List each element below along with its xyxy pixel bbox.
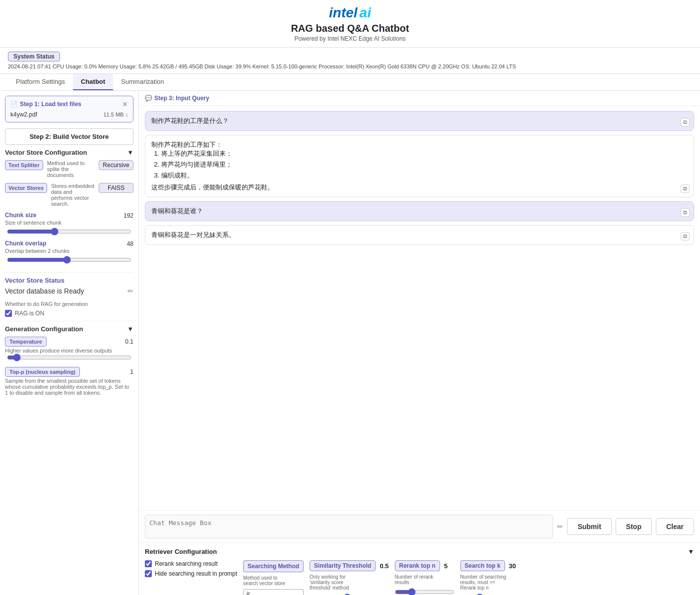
- top-p-section: Top-p (nucleus sampling) 1 Sample from t…: [5, 367, 133, 396]
- file-size: 11.5 MB ↓: [103, 112, 128, 118]
- hide-check-row: Hide searching result in prompt: [145, 570, 237, 577]
- similarity-col: Similarity Threshold 0.5 Only working fo…: [310, 560, 388, 595]
- search-top-k-desc: Number of searching results, must >= Rer…: [460, 574, 510, 591]
- vector-stores-desc: Stores embedded data and performs vector…: [51, 183, 95, 207]
- temperature-slider-container: [5, 354, 133, 363]
- bot-message-1: 制作芦花鞋的工序如下： 将上等的芦花采集回来； 将芦花均匀搓进草绳里； 编织成鞋…: [145, 135, 694, 197]
- hide-checkbox[interactable]: [145, 570, 152, 577]
- rerank-checkbox[interactable]: [145, 560, 152, 567]
- chunk-overlap-slider-container: [5, 256, 133, 265]
- chunk-size-section: Chunk size 192 Size of sentence chunk: [5, 212, 133, 237]
- rerank-top-n-value: 5: [444, 562, 447, 570]
- top-p-badge: Top-p (nucleus sampling): [5, 367, 80, 377]
- hide-label: Hide searching result in prompt: [155, 570, 237, 577]
- chunk-overlap-label: Chunk overlap: [5, 240, 46, 247]
- rerank-check-row: Rerank searching result: [145, 560, 237, 567]
- vector-stores-row: Vector Stores Stores embedded data and p…: [5, 183, 133, 207]
- copy-button-1[interactable]: ⧉: [681, 118, 690, 126]
- search-top-k-col: Search top k 30 Number of searching resu…: [460, 560, 520, 595]
- step3-title: 💬 Step 3: Input Query: [145, 95, 694, 102]
- searching-method-value[interactable]: ir: [243, 589, 304, 595]
- similarity-desc: Only working for 'similarity score thres…: [310, 574, 359, 591]
- retriever-collapse[interactable]: ▼: [688, 548, 694, 555]
- chunk-size-slider[interactable]: [7, 228, 131, 236]
- temperature-slider[interactable]: [7, 354, 131, 361]
- system-status-label: System Status: [8, 52, 60, 61]
- text-splitter-row: Text Splitter Method used to splite the …: [5, 160, 133, 178]
- bot-message-1-intro: 制作芦花鞋的工序如下：: [151, 140, 688, 149]
- retriever-checks-col: Rerank searching result Hide searching r…: [145, 560, 237, 577]
- step1-header: 📄 Step 1: Load text files ✕: [10, 100, 128, 108]
- gen-config-collapse[interactable]: ▼: [127, 325, 133, 333]
- step1-title: 📄 Step 1: Load text files: [10, 101, 81, 108]
- temperature-row: Temperature 0.1: [5, 337, 133, 347]
- step1-box: 📄 Step 1: Load text files ✕ k4yw2.pdf 11…: [5, 96, 133, 122]
- chat-message-input[interactable]: [145, 515, 553, 538]
- chunk-overlap-desc: Overlap between 2 chunks: [5, 248, 133, 254]
- user-message-2-text: 青铜和葵花是谁？: [151, 207, 203, 215]
- chunk-size-slider-container: [5, 228, 133, 237]
- nav-tabs: Platform Settings Chatbot Summarization: [0, 74, 700, 91]
- build-vector-store-button[interactable]: Step 2: Build Vector Store: [5, 128, 133, 145]
- rerank-label: Rerank searching result: [155, 560, 218, 567]
- copy-button-2[interactable]: ⧉: [681, 184, 690, 193]
- search-top-k-value: 30: [509, 562, 516, 570]
- rag-toggle-row: RAG is ON: [5, 310, 133, 317]
- copy-button-3[interactable]: ⧉: [681, 208, 690, 217]
- copy-button-4[interactable]: ⧉: [681, 232, 690, 240]
- searching-method-col: Searching Method Method used to search v…: [243, 560, 304, 595]
- bot-message-1-list: 将上等的芦花采集回来； 将芦花均匀搓进草绳里； 编织成鞋。: [161, 149, 688, 180]
- rag-label: RAG is ON: [15, 310, 44, 317]
- vector-stores-value[interactable]: FAISS: [99, 183, 133, 193]
- step3-header: 💬 Step 3: Input Query: [139, 91, 700, 106]
- vector-stores-badge: Vector Stores: [5, 183, 47, 193]
- text-splitter-value[interactable]: Recursive: [99, 160, 133, 170]
- searching-method-desc: Method used to search vector store: [243, 575, 288, 586]
- retriever-section: Retriever Configuration ▼ Rerank searchi…: [139, 542, 700, 595]
- page-title: RAG based Q&A Chatbot: [291, 23, 409, 34]
- stop-button[interactable]: Stop: [616, 518, 652, 535]
- vector-config-header: Vector Store Configuration ▼: [5, 149, 133, 156]
- rag-checkbox[interactable]: [5, 310, 12, 317]
- file-icon: 📄: [10, 101, 18, 108]
- bot-message-2-text: 青铜和葵花是一对兄妹关系。: [151, 231, 688, 239]
- page-subtitle: Powered by Intel NEXC Edge AI Solutions: [294, 35, 405, 42]
- chunk-overlap-section: Chunk overlap 48 Overlap between 2 chunk…: [5, 240, 133, 265]
- step1-close[interactable]: ✕: [122, 100, 128, 108]
- chunk-size-desc: Size of sentence chunk: [5, 220, 133, 226]
- submit-button[interactable]: Submit: [567, 518, 611, 535]
- rerank-top-n-slider[interactable]: [395, 588, 454, 595]
- rag-section: Whether to do RAG for generation RAG is …: [5, 301, 133, 317]
- similarity-value: 0.5: [380, 562, 388, 570]
- chat-edit-icon: ✏: [557, 523, 563, 531]
- chunk-size-value: 192: [124, 212, 133, 219]
- chunk-overlap-slider[interactable]: [7, 256, 131, 264]
- file-row: k4yw2.pdf 11.5 MB ↓: [10, 111, 128, 118]
- chunk-overlap-row: Chunk overlap 48: [5, 240, 133, 248]
- text-splitter-badge: Text Splitter: [5, 160, 43, 170]
- chat-area: 制作芦花鞋的工序是什么？ ⧉ 制作芦花鞋的工序如下： 将上等的芦花采集回来； 将…: [139, 106, 700, 510]
- tab-chatbot[interactable]: Chatbot: [73, 74, 113, 90]
- edit-icon[interactable]: ✏: [127, 287, 133, 295]
- generation-config: Generation Configuration ▼ Temperature 0…: [5, 321, 133, 396]
- vector-store-config: Vector Store Configuration ▼ Text Splitt…: [5, 149, 133, 268]
- text-splitter-desc: Method used to splite the documents: [47, 160, 95, 178]
- tab-summarization[interactable]: Summarization: [113, 74, 172, 90]
- user-message-1-text: 制作芦花鞋的工序是什么？: [151, 117, 229, 124]
- tab-platform-settings[interactable]: Platform Settings: [8, 74, 73, 90]
- logo-intel: intel: [329, 5, 358, 21]
- rerank-top-n-badge: Rerank top n: [395, 560, 440, 571]
- clear-button[interactable]: Clear: [656, 518, 694, 535]
- retriever-grid: Rerank searching result Hide searching r…: [145, 560, 694, 595]
- vector-status-text: Vector database is Ready ✏: [5, 287, 133, 295]
- vector-config-collapse[interactable]: ▼: [127, 149, 133, 156]
- chat-icon: 💬: [145, 95, 152, 102]
- left-panel: 📄 Step 1: Load text files ✕ k4yw2.pdf 11…: [0, 91, 139, 595]
- temperature-value: 0.1: [125, 338, 133, 345]
- retriever-header: Retriever Configuration ▼: [145, 548, 694, 555]
- chunk-size-label: Chunk size: [5, 212, 36, 219]
- bot-message-2: 青铜和葵花是一对兄妹关系。 ⧉: [145, 225, 694, 245]
- user-message-2: 青铜和葵花是谁？ ⧉: [145, 201, 694, 221]
- searching-method-badge: Searching Method: [243, 560, 304, 572]
- temperature-section: Temperature 0.1 Higher values produce mo…: [5, 337, 133, 363]
